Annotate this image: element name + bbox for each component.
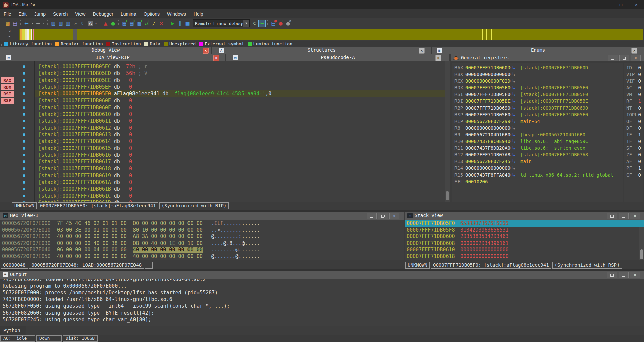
breakpoint-dot-icon[interactable]	[23, 65, 25, 68]
flag-row[interactable]: AC0	[624, 85, 643, 92]
breakpoint-dot-icon[interactable]	[23, 106, 25, 109]
register-row[interactable]: R1000007437F8C0E940↳libc.so.6:__abi_tag+…	[452, 139, 623, 145]
problems-icon[interactable]: ▲	[102, 20, 109, 27]
disasm-line[interactable]: [stack]:00007FFF71DB0612 db 0	[0, 125, 445, 131]
add-enum-icon[interactable]: ▩+	[136, 20, 143, 27]
breakpoint-list-icon[interactable]: ▤●	[270, 20, 277, 27]
stack-row[interactable]: 00007FFF71DB06080000002D34396161	[405, 240, 644, 247]
continue-process-icon[interactable]: ▶	[169, 20, 176, 27]
registers-caption[interactable]: General registers ×	[451, 54, 644, 61]
registers-minimize-icon[interactable]	[608, 55, 618, 61]
register-row[interactable]: R1100007437F8DB20A0↳libc.so.6:__strlen_e…	[452, 145, 623, 152]
disasm-line[interactable]: [stack]:00007FFF71DB061A db 0	[0, 179, 445, 186]
flag-row[interactable]: NT0	[624, 105, 643, 112]
stack-close-icon[interactable]: ×	[630, 213, 640, 219]
flag-row[interactable]: VIP0	[624, 72, 643, 78]
disasm-line[interactable]: [stack]:00007FFF71DB05EC db 72h ; r	[0, 63, 445, 70]
breakpoint-dot-icon[interactable]	[23, 154, 25, 156]
menu-options[interactable]: Options	[140, 9, 163, 18]
stack-row[interactable]: 00007FFF71DB05F06538307B67616C66	[405, 220, 644, 227]
breakpoint-dot-icon[interactable]	[23, 174, 25, 177]
register-row[interactable]: R140000000000000000↳	[452, 165, 623, 172]
hex-row[interactable]: 000056720F07E0007F 45 4C 46 02 01 01 000…	[0, 220, 404, 227]
hex-view-content[interactable]: 000056720F07E0007F 45 4C 46 02 01 01 000…	[0, 220, 404, 260]
hex-restore-icon[interactable]	[378, 213, 388, 219]
register-row[interactable]: RDX00007FFF71DB05F0↳[stack]:00007FFF71DB…	[452, 85, 623, 92]
back-history-dropdown-icon[interactable]: ▾	[31, 20, 34, 27]
disasm-line[interactable]: [stack]:00007FFF71DB061B db 0	[0, 186, 445, 192]
breakpoint-dot-icon[interactable]	[23, 86, 25, 88]
jump-segment-icon[interactable]: ▥	[65, 20, 71, 27]
stack-view-caption[interactable]: ◎ Stack view ×	[405, 212, 644, 220]
navigate-back-icon[interactable]: ←	[23, 20, 30, 27]
disable-breakpoint-icon[interactable]: ●×	[285, 20, 291, 27]
debug-view-close-icon[interactable]: ×	[203, 48, 209, 54]
night-mode-icon[interactable]: ☾	[79, 20, 86, 27]
disasm-line[interactable]: [stack]:00007FFF71DB0613 db 0	[0, 131, 445, 138]
register-row[interactable]: RAX00007FFF71DB060D↳[stack]:00007FFF71DB…	[452, 65, 623, 72]
register-row[interactable]: RBP00007FFF71DB0690↳[stack]:00007FFF71DB…	[452, 105, 623, 112]
stack-row[interactable]: 00007FFF71DB06002D353835342D3463	[405, 233, 644, 240]
hex-row[interactable]: 000056720F07E05040 00 00 00 00 00 00 004…	[0, 253, 404, 260]
hex-view-caption[interactable]: ◎ Hex View-1 ×	[0, 212, 404, 220]
jump-address-icon[interactable]: ▥	[50, 20, 57, 27]
flag-row[interactable]: DF0	[624, 125, 643, 132]
breakpoint-dot-icon[interactable]	[23, 120, 25, 122]
breakpoint-dot-icon[interactable]	[23, 99, 25, 102]
add-watch-icon[interactable]: ▦+	[121, 20, 128, 27]
flag-row[interactable]: AF0	[624, 159, 643, 165]
stop-process-icon[interactable]: ■	[184, 20, 191, 27]
disasm-line[interactable]: [stack]:00007FFF71DB0615 db 0	[0, 145, 445, 152]
register-list[interactable]: RAX00007FFF71DB060D↳[stack]:00007FFF71DB…	[452, 63, 623, 202]
run-indicator-icon[interactable]: ●	[110, 20, 116, 27]
menu-lumina[interactable]: Lumina	[117, 9, 140, 18]
breakpoint-dot-icon[interactable]	[23, 133, 25, 136]
output-close-icon[interactable]: ×	[630, 272, 640, 278]
delete-function-icon[interactable]: ×	[158, 20, 165, 27]
disasm-line[interactable]: [stack]:00007FFF71DB0611 db 0	[0, 118, 445, 124]
breakpoint-dot-icon[interactable]	[23, 72, 25, 75]
menu-view[interactable]: View	[71, 9, 89, 18]
breakpoint-dot-icon[interactable]	[23, 188, 25, 190]
stack-row[interactable]: 00007FFF71DB06200000000000000000	[405, 260, 644, 260]
disasm-scrollbar-thumb[interactable]	[446, 191, 449, 200]
register-row[interactable]: RBX0000000000000000↳	[452, 72, 623, 78]
forward-history-dropdown-icon[interactable]: ▾	[42, 20, 45, 27]
disasm-line[interactable]: [stack]:00007FFF71DB05F0 aFlag08e1eec941…	[0, 90, 445, 97]
stack-minimize-icon[interactable]	[607, 213, 617, 219]
register-row[interactable]: RDI00007FFF71DB05BE↳[stack]:00007FFF71DB…	[452, 98, 623, 105]
hex-minimize-icon[interactable]	[367, 213, 377, 219]
register-row[interactable]: R1500007437F8FFA040↳ld_linux_x86_64.so.2…	[452, 172, 623, 179]
hex-row[interactable]: 000056720F07E03000 00 00 00 40 00 38 000…	[0, 240, 404, 247]
output-log[interactable]: 7437F8FC0000: loaded /usr/lib/x86_64-lin…	[0, 279, 644, 326]
disasm-line[interactable]: [stack]:00007FFF71DB05EF db 0	[0, 84, 445, 90]
menu-help[interactable]: Help	[190, 9, 207, 18]
tab-pseudocode-a[interactable]: ▤ Pseudocode-A ×	[226, 54, 449, 61]
output-restore-icon[interactable]	[619, 272, 629, 278]
enums-close-icon[interactable]: ×	[631, 48, 637, 54]
breakpoint-dot-icon[interactable]	[23, 167, 25, 170]
disasm-line[interactable]: [stack]:00007FFF71DB0617 db 0	[0, 158, 445, 165]
tab-debug-view[interactable]: Debug View ×	[0, 47, 211, 54]
breakpoint-dot-icon[interactable]	[23, 127, 25, 129]
add-struct-icon[interactable]: ▦+	[128, 20, 135, 27]
python-input[interactable]	[26, 326, 644, 335]
ida-view-close-icon[interactable]: ×	[213, 55, 219, 61]
menu-jump[interactable]: Jump	[31, 9, 49, 18]
hex-row[interactable]: 000056720F07E06068 00 00 00 00 00 00 006…	[0, 260, 404, 260]
breakpoint-dot-icon[interactable]	[23, 79, 25, 82]
minimize-button[interactable]: —	[598, 0, 613, 9]
flag-row[interactable]: PF1	[624, 165, 643, 172]
ida-view-rip-content[interactable]: [stack]:00007FFF71DB05EC db 72h ; r[stac…	[0, 61, 450, 202]
disasm-scrollbar[interactable]	[445, 61, 450, 202]
open-file-icon[interactable]: ▨	[4, 20, 11, 27]
register-row[interactable]: R13000056720F07F245↳main	[452, 159, 623, 165]
flag-row[interactable]: OF0	[624, 119, 643, 125]
structures-close-icon[interactable]: ×	[419, 48, 425, 54]
flag-row[interactable]: VIF0	[624, 78, 643, 85]
flag-row[interactable]: IF1	[624, 132, 643, 139]
breakpoint-dot-icon[interactable]	[23, 92, 25, 95]
disasm-line[interactable]: [stack]:00007FFF71DB061C db 0	[0, 193, 445, 199]
register-row[interactable]: EFL00010206	[452, 179, 623, 186]
close-button[interactable]: ×	[629, 0, 644, 9]
